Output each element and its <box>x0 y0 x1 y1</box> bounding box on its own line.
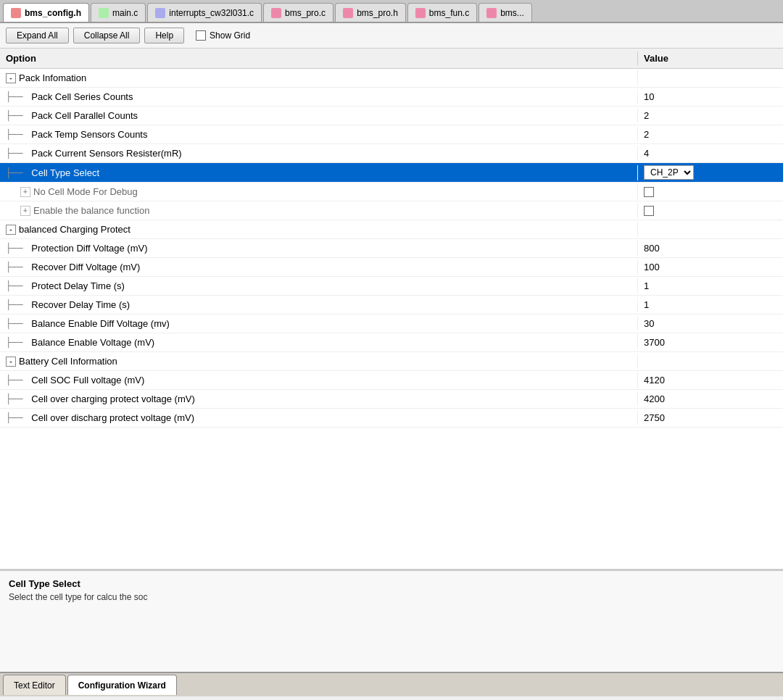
row-label-cell-series: Pack Cell Series Counts <box>31 91 133 102</box>
row-label-balance-func: Enable the balance function <box>33 205 149 216</box>
table-row-balanced-charging[interactable]: -balanced Charging Protect <box>0 220 783 239</box>
value-text-balance-enable-volt: 3700 <box>644 337 665 348</box>
value-cell-cell-soc-full: 4120 <box>638 372 783 388</box>
row-label-cell-type: Cell Type Select <box>31 167 99 178</box>
row-label-protect-delay: Protect Delay Time (s) <box>31 280 125 291</box>
table-row-recover-diff[interactable]: ├── Recover Diff Voltage (mV)100 <box>0 258 783 277</box>
section-label-battery-cell: Battery Cell Information <box>19 356 117 367</box>
option-cell-cell-type: ├── Cell Type Select <box>0 165 638 180</box>
value-text-temp-sensors: 2 <box>644 129 649 140</box>
expand-icon-pack-info[interactable]: - <box>6 73 16 83</box>
option-cell-cell-over-charge: ├── Cell over charging protect voltage (… <box>0 391 638 407</box>
tree-line-current-sensors: ├── <box>6 148 28 159</box>
table-row-temp-sensors[interactable]: ├── Pack Temp Sensors Counts2 <box>0 125 783 144</box>
tab-label-bms_pro_h: bms_pro.h <box>357 8 398 18</box>
expand-icon-battery-cell[interactable]: - <box>6 357 16 367</box>
value-cell-balanced-charging <box>638 228 783 232</box>
tree-line-cell-over-charge: ├── <box>6 393 28 404</box>
value-text-balance-enable-diff: 30 <box>644 318 654 329</box>
expand-icon-balance-func[interactable]: + <box>20 206 30 216</box>
tab-bms_extra[interactable]: bms... <box>478 3 532 22</box>
tree-line-recover-diff: ├── <box>6 262 28 272</box>
table-row-pack-info[interactable]: -Pack Infomation <box>0 69 783 88</box>
expand-icon-balanced-charging[interactable]: - <box>6 225 16 235</box>
tab-bms_pro_h[interactable]: bms_pro.h <box>335 3 406 22</box>
row-label-protect-diff: Protection Diff Voltage (mV) <box>31 243 147 254</box>
value-text-protect-delay: 1 <box>644 280 649 291</box>
tab-bms_pro_c[interactable]: bms_pro.c <box>263 3 334 22</box>
option-cell-protect-diff: ├── Protection Diff Voltage (mV) <box>0 241 638 256</box>
tab-icon-main <box>99 8 109 18</box>
row-label-current-sensors: Pack Current Sensors Resister(mR) <box>31 148 181 159</box>
value-text-cell-over-charge: 4200 <box>644 393 665 404</box>
value-cell-protect-diff: 800 <box>638 241 783 256</box>
table-row-battery-cell[interactable]: -Battery Cell Information <box>0 352 783 371</box>
table-row-cell-parallel[interactable]: ├── Pack Cell Parallel Counts2 <box>0 107 783 125</box>
tab-icon-bms_pro_c <box>271 8 281 18</box>
table-row-recover-delay[interactable]: ├── Recover Delay Time (s)1 <box>0 296 783 314</box>
value-cell-cell-series: 10 <box>638 89 783 104</box>
option-cell-temp-sensors: ├── Pack Temp Sensors Counts <box>0 127 638 142</box>
tree-line-cell-soc-full: ├── <box>6 375 28 386</box>
show-grid-control: Show Grid <box>196 30 250 41</box>
table-row-cell-over-discharge[interactable]: ├── Cell over discharg protect voltage (… <box>0 409 783 428</box>
show-grid-checkbox[interactable] <box>196 30 206 41</box>
help-button[interactable]: Help <box>144 28 184 43</box>
bottom-tab-config-wizard[interactable]: Configuration Wizard <box>67 675 177 695</box>
table-row-cell-type[interactable]: ├── Cell Type SelectCH_2P <box>0 163 783 183</box>
info-panel-title: Cell Type Select <box>9 578 774 589</box>
option-cell-pack-info: -Pack Infomation <box>0 70 638 86</box>
option-header: Option <box>0 51 638 65</box>
row-label-balance-enable-diff: Balance Enable Diff Voltage (mv) <box>31 318 170 329</box>
value-cell-battery-cell <box>638 359 783 364</box>
value-cell-current-sensors: 4 <box>638 146 783 161</box>
section-label-balanced-charging: balanced Charging Protect <box>19 224 130 235</box>
tab-icon-bms_config <box>11 8 21 18</box>
value-cell-recover-delay: 1 <box>638 297 783 312</box>
value-text-cell-parallel: 2 <box>644 110 649 121</box>
tab-label-interrupts: interrupts_cw32l031.c <box>169 8 254 18</box>
value-text-cell-soc-full: 4120 <box>644 375 665 386</box>
value-text-cell-series: 10 <box>644 91 654 102</box>
table-row-balance-enable-diff[interactable]: ├── Balance Enable Diff Voltage (mv)30 <box>0 314 783 333</box>
table-row-cell-soc-full[interactable]: ├── Cell SOC Full voltage (mV)4120 <box>0 371 783 390</box>
tab-main[interactable]: main.c <box>91 3 146 22</box>
value-text-recover-diff: 100 <box>644 262 660 272</box>
expand-all-button[interactable]: Expand All <box>6 28 69 43</box>
toolbar: Expand All Collapse All Help Show Grid <box>0 23 783 49</box>
checkbox-no-cell-mode[interactable] <box>644 187 654 197</box>
table-row-no-cell-mode[interactable]: +No Cell Mode For Debug <box>0 183 783 201</box>
dropdown-cell-type[interactable]: CH_2P <box>644 165 694 180</box>
row-label-cell-over-charge: Cell over charging protect voltage (mV) <box>31 393 194 404</box>
tab-interrupts[interactable]: interrupts_cw32l031.c <box>147 3 262 22</box>
option-cell-current-sensors: ├── Pack Current Sensors Resister(mR) <box>0 146 638 161</box>
table-row-cell-over-charge[interactable]: ├── Cell over charging protect voltage (… <box>0 390 783 409</box>
tree-line-protect-diff: ├── <box>6 243 28 254</box>
value-cell-recover-diff: 100 <box>638 259 783 275</box>
bottom-tab-text-editor[interactable]: Text Editor <box>3 675 66 695</box>
table-row-protect-delay[interactable]: ├── Protect Delay Time (s)1 <box>0 277 783 296</box>
tab-label-bms_pro_c: bms_pro.c <box>285 8 326 18</box>
checkbox-balance-func[interactable] <box>644 206 654 216</box>
tab-bms_config[interactable]: bms_config.h <box>3 3 89 22</box>
row-label-recover-diff: Recover Diff Voltage (mV) <box>31 262 140 272</box>
tree-line-balance-enable-volt: ├── <box>6 337 28 348</box>
expand-icon-no-cell-mode[interactable]: + <box>20 187 30 197</box>
table-row-cell-series[interactable]: ├── Pack Cell Series Counts10 <box>0 88 783 107</box>
tab-label-bms_config: bms_config.h <box>25 8 81 18</box>
collapse-all-button[interactable]: Collapse All <box>73 28 141 43</box>
option-cell-balance-enable-diff: ├── Balance Enable Diff Voltage (mv) <box>0 316 638 331</box>
value-text-current-sensors: 4 <box>644 148 649 159</box>
row-label-cell-over-discharge: Cell over discharg protect voltage (mV) <box>31 412 194 423</box>
table-row-protect-diff[interactable]: ├── Protection Diff Voltage (mV)800 <box>0 239 783 258</box>
tree-line-cell-type: ├── <box>6 167 28 178</box>
value-cell-cell-parallel: 2 <box>638 108 783 123</box>
tab-bms_fun[interactable]: bms_fun.c <box>407 3 477 22</box>
option-cell-battery-cell: -Battery Cell Information <box>0 354 638 369</box>
table-row-balance-func[interactable]: +Enable the balance function <box>0 201 783 220</box>
option-cell-cell-over-discharge: ├── Cell over discharg protect voltage (… <box>0 410 638 425</box>
value-cell-balance-func <box>638 204 783 218</box>
main-area: Option Value -Pack Infomation├── Pack Ce… <box>0 49 783 672</box>
table-row-current-sensors[interactable]: ├── Pack Current Sensors Resister(mR)4 <box>0 144 783 163</box>
table-row-balance-enable-volt[interactable]: ├── Balance Enable Voltage (mV)3700 <box>0 333 783 352</box>
